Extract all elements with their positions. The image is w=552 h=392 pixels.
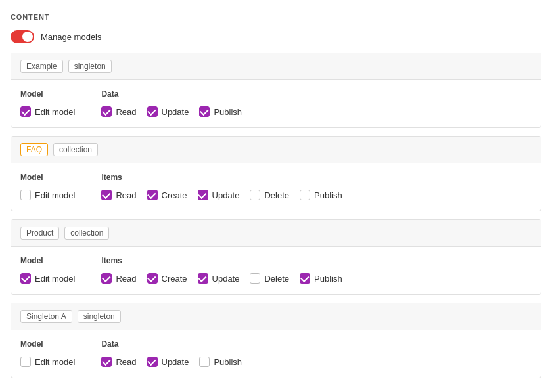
- tag-product: Product: [20, 227, 59, 240]
- card-body-example: ModelEdit modelDataReadUpdatePublish: [11, 80, 541, 127]
- checkbox-example-read[interactable]: [101, 106, 112, 117]
- permissions-row-product: ModelEdit modelItemsReadCreateUpdateDele…: [20, 256, 532, 284]
- tag-singleton-a: Singleton A: [20, 310, 72, 323]
- model-group-faq: ModelEdit model: [20, 173, 75, 200]
- data-group-faq: ItemsReadCreateUpdateDeletePublish: [101, 173, 342, 200]
- perm-faq-create[interactable]: Create: [147, 190, 187, 200]
- checkbox-singleton-a-publish[interactable]: [199, 357, 210, 367]
- perm-singleton-a-update[interactable]: Update: [147, 357, 189, 367]
- checkbox-product-create[interactable]: [147, 273, 158, 284]
- data-group-singleton-a: DataReadUpdatePublish: [101, 339, 242, 367]
- perm-product-read[interactable]: Read: [101, 273, 136, 284]
- checkbox-label-product-delete: Delete: [264, 274, 289, 284]
- data-group-example: DataReadUpdatePublish: [101, 89, 242, 117]
- checkbox-label-faq-create: Create: [162, 190, 187, 200]
- perm-example-publish[interactable]: Publish: [199, 106, 242, 117]
- perm-singleton-a-publish[interactable]: Publish: [199, 357, 242, 367]
- model-group-label-singleton-a: Model: [20, 339, 75, 349]
- checkbox-label-faq-read: Read: [116, 190, 136, 200]
- checkbox-label-product-read: Read: [116, 274, 136, 284]
- checkbox-label-singleton-a-read: Read: [116, 357, 136, 367]
- checkbox-product-publish[interactable]: [300, 273, 310, 284]
- perm-singleton-a-edit_model[interactable]: Edit model: [20, 357, 75, 367]
- checkbox-product-edit_model[interactable]: [20, 273, 31, 284]
- perm-product-delete[interactable]: Delete: [250, 273, 289, 284]
- perm-singleton-a-read[interactable]: Read: [101, 357, 136, 367]
- checkbox-label-example-read: Read: [116, 107, 136, 117]
- checkbox-faq-create[interactable]: [147, 190, 158, 200]
- model-group-example: ModelEdit model: [20, 89, 75, 117]
- model-group-label-product: Model: [20, 256, 75, 265]
- checkbox-label-example-update: Update: [162, 107, 189, 117]
- checkbox-faq-edit_model[interactable]: [20, 190, 31, 200]
- checkbox-example-edit_model[interactable]: [20, 106, 31, 117]
- checkbox-faq-delete[interactable]: [250, 190, 260, 200]
- checkbox-singleton-a-update[interactable]: [147, 357, 158, 367]
- manage-models-toggle[interactable]: [11, 30, 34, 43]
- checkbox-faq-publish[interactable]: [300, 190, 310, 200]
- card-header-product: Productcollection: [11, 220, 541, 247]
- perm-example-read[interactable]: Read: [101, 106, 136, 117]
- card-body-faq: ModelEdit modelItemsReadCreateUpdateDele…: [11, 163, 541, 211]
- checkbox-label-faq-delete: Delete: [264, 190, 289, 200]
- data-group-label-product: Items: [101, 256, 342, 265]
- checkbox-example-publish[interactable]: [199, 106, 210, 117]
- model-items-product: Edit model: [20, 273, 75, 284]
- perm-faq-read[interactable]: Read: [101, 190, 136, 200]
- checkbox-label-product-update: Update: [212, 274, 240, 284]
- content-page: CONTENT Manage models ExamplesingletonMo…: [0, 0, 552, 392]
- card-header-example: Examplesingleton: [11, 53, 541, 80]
- tag-example: Example: [20, 60, 63, 73]
- section-title: CONTENT: [11, 13, 541, 21]
- data-group-product: ItemsReadCreateUpdateDeletePublish: [101, 256, 342, 284]
- perm-faq-update[interactable]: Update: [198, 190, 240, 200]
- tag-collection: collection: [53, 143, 98, 156]
- checkbox-label-faq-update: Update: [212, 190, 240, 200]
- model-card-singleton-a: Singleton AsingletonModelEdit modelDataR…: [11, 303, 541, 378]
- model-card-example: ExamplesingletonModelEdit modelDataReadU…: [11, 53, 541, 128]
- data-items-product: ReadCreateUpdateDeletePublish: [101, 273, 342, 284]
- models-container: ExamplesingletonModelEdit modelDataReadU…: [11, 53, 541, 378]
- checkbox-label-example-edit_model: Edit model: [35, 107, 75, 117]
- checkbox-singleton-a-edit_model[interactable]: [20, 357, 31, 367]
- checkbox-example-update[interactable]: [147, 106, 158, 117]
- perm-example-edit_model[interactable]: Edit model: [20, 106, 75, 117]
- checkbox-label-singleton-a-update: Update: [162, 357, 189, 367]
- checkbox-product-update[interactable]: [198, 273, 208, 284]
- perm-product-edit_model[interactable]: Edit model: [20, 273, 75, 284]
- model-card-product: ProductcollectionModelEdit modelItemsRea…: [11, 219, 541, 295]
- checkbox-label-example-publish: Publish: [214, 107, 242, 117]
- data-group-label-example: Data: [101, 89, 242, 98]
- checkbox-product-read[interactable]: [101, 273, 112, 284]
- checkbox-faq-read[interactable]: [101, 190, 112, 200]
- model-group-label-example: Model: [20, 89, 75, 98]
- checkbox-label-product-edit_model: Edit model: [35, 274, 75, 284]
- data-group-label-faq: Items: [101, 173, 342, 182]
- tag-faq: FAQ: [20, 143, 48, 156]
- perm-product-update[interactable]: Update: [198, 273, 240, 284]
- perm-product-publish[interactable]: Publish: [300, 273, 342, 284]
- model-group-singleton-a: ModelEdit model: [20, 339, 75, 367]
- perm-faq-edit_model[interactable]: Edit model: [20, 190, 75, 200]
- checkbox-faq-update[interactable]: [198, 190, 208, 200]
- card-header-singleton-a: Singleton Asingleton: [11, 303, 541, 330]
- checkbox-label-faq-edit_model: Edit model: [35, 190, 75, 200]
- model-group-label-faq: Model: [20, 173, 75, 182]
- checkbox-singleton-a-read[interactable]: [101, 357, 112, 367]
- tag-singleton: singleton: [68, 60, 112, 73]
- checkbox-label-product-create: Create: [162, 274, 187, 284]
- tag-singleton: singleton: [78, 310, 121, 323]
- card-body-singleton-a: ModelEdit modelDataReadUpdatePublish: [11, 330, 541, 378]
- perm-product-create[interactable]: Create: [147, 273, 187, 284]
- model-group-product: ModelEdit model: [20, 256, 75, 284]
- model-card-faq: FAQcollectionModelEdit modelItemsReadCre…: [11, 136, 541, 211]
- checkbox-label-product-publish: Publish: [314, 274, 342, 284]
- perm-faq-publish[interactable]: Publish: [300, 190, 342, 200]
- perm-faq-delete[interactable]: Delete: [250, 190, 289, 200]
- perm-example-update[interactable]: Update: [147, 106, 189, 117]
- checkbox-product-delete[interactable]: [250, 273, 260, 284]
- permissions-row-example: ModelEdit modelDataReadUpdatePublish: [20, 89, 532, 117]
- model-items-singleton-a: Edit model: [20, 357, 75, 367]
- permissions-row-singleton-a: ModelEdit modelDataReadUpdatePublish: [20, 339, 532, 367]
- manage-models-row: Manage models: [11, 30, 541, 43]
